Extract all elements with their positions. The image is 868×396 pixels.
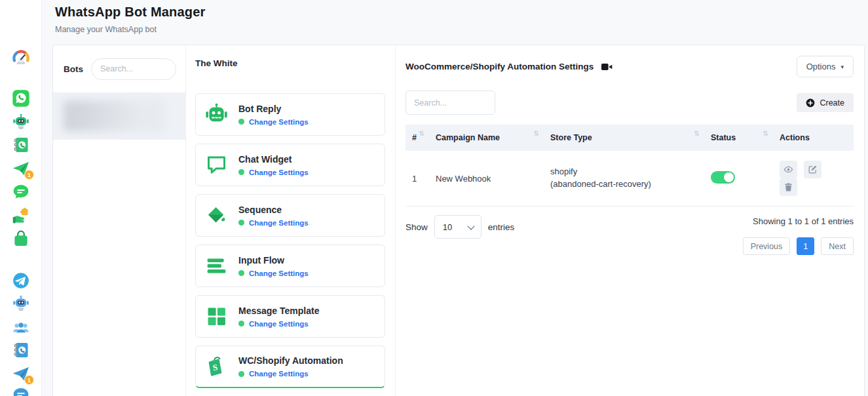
module-card-sequence[interactable]: Sequence Change Settings: [195, 194, 385, 237]
sidebar-item-telegram-groups[interactable]: [12, 318, 30, 336]
module-card-chat-widget[interactable]: Chat Widget Change Settings: [195, 144, 385, 186]
module-card-input-flow[interactable]: Input Flow Change Settings: [195, 245, 385, 287]
whatsapp-store-icon: [12, 229, 30, 248]
status-dot-icon: [238, 321, 244, 327]
input-flow-icon: [204, 254, 229, 278]
bot-manager-card: Bots The White Bot Reply: [52, 45, 865, 396]
sidebar-item-whatsapp-integrations[interactable]: [12, 207, 30, 225]
show-label: Show: [406, 222, 428, 232]
page-number-button[interactable]: 1: [797, 237, 814, 255]
view-button[interactable]: [780, 161, 797, 178]
sidebar-item-telegram[interactable]: [12, 271, 30, 290]
sidebar-item-whatsapp-bot[interactable]: [12, 113, 30, 131]
column-header-actions: Actions: [773, 125, 854, 151]
create-button[interactable]: Create: [797, 93, 854, 112]
sort-icon: ⇅: [763, 130, 768, 137]
telegram-contacts-icon: [12, 341, 30, 359]
module-card-wc-shopify-automation[interactable]: S WC/Shopify Automation Change Settings: [195, 346, 385, 388]
eye-icon: [783, 165, 793, 174]
whatsapp-icon: [12, 89, 30, 108]
previous-page-button[interactable]: Previous: [743, 237, 791, 255]
change-settings-link[interactable]: Change Settings: [249, 320, 309, 328]
status-dot-icon: [238, 119, 244, 125]
whatsapp-chat-icon: [12, 183, 30, 201]
module-card-message-template[interactable]: Message Template Change Settings: [195, 295, 385, 338]
edit-icon: [808, 165, 818, 174]
page-subtitle: Manage your WhatsApp bot: [55, 25, 157, 34]
sidebar-item-whatsapp-chat[interactable]: [12, 183, 30, 201]
trash-icon: [783, 182, 793, 192]
module-title: WC/Shopify Automation: [238, 355, 343, 366]
campaign-count-badge: 1: [25, 170, 33, 179]
sidebar-item-telegram-bot[interactable]: [12, 294, 30, 313]
sidebar-item-telegram-campaigns[interactable]: 1: [12, 365, 30, 383]
edit-button[interactable]: [804, 161, 821, 178]
bots-panel-title: Bots: [64, 64, 83, 74]
sidebar-item-telegram-contacts[interactable]: [12, 341, 30, 359]
next-page-button[interactable]: Next: [821, 237, 854, 255]
campaign-count-badge: 1: [25, 376, 33, 384]
campaign-search-input[interactable]: [406, 90, 495, 115]
sequence-icon: [204, 203, 229, 228]
page-title: WhatsApp Bot Manager: [55, 5, 206, 20]
page-size-select-wrap: 10: [434, 215, 481, 239]
table-row: 1 New Webhook shopify (abandoned-cart-re…: [406, 151, 854, 207]
telegram-bot-icon: [12, 294, 30, 313]
sidebar-item-whatsapp-contacts[interactable]: [12, 136, 30, 154]
automation-settings-panel: WooCommerce/Shopify Automation Settings …: [396, 45, 864, 396]
change-settings-link[interactable]: Change Settings: [249, 118, 309, 126]
row-index: 1: [406, 151, 429, 207]
telegram-icon: [12, 271, 30, 290]
bot-modules-panel: The White Bot Reply Change Settings: [186, 45, 396, 396]
sidebar-item-whatsapp[interactable]: [12, 89, 30, 108]
entries-label: entries: [488, 222, 515, 232]
module-title: Bot Reply: [238, 104, 309, 114]
change-settings-link[interactable]: Change Settings: [249, 219, 309, 227]
dashboard-gauge-icon: [12, 49, 30, 67]
bot-list-item-selected[interactable]: [53, 92, 185, 140]
column-header-campaign-name[interactable]: Campaign Name ⇅: [429, 125, 544, 151]
column-header-store-type[interactable]: Store Type ⇅: [544, 125, 704, 151]
whatsapp-contacts-icon: [12, 136, 30, 154]
sort-icon: ⇅: [534, 130, 539, 137]
module-title: Input Flow: [238, 255, 309, 266]
change-settings-link[interactable]: Change Settings: [249, 168, 309, 176]
status-dot-icon: [238, 220, 244, 226]
telegram-chat-icon: [12, 386, 30, 396]
row-store-type: shopify (abandoned-cart-recovery): [544, 151, 704, 207]
chat-widget-icon: [204, 153, 229, 177]
create-plus-icon: [806, 98, 815, 108]
video-tutorial-icon[interactable]: [601, 62, 613, 71]
app-icon-rail: 1: [0, 0, 42, 396]
sidebar-item-telegram-chat[interactable]: [12, 386, 30, 396]
bot-name-redacted: [64, 101, 163, 131]
module-title: Chat Widget: [238, 154, 309, 165]
column-header-index[interactable]: # ⇅: [406, 125, 429, 151]
automation-panel-title: WooCommerce/Shopify Automation Settings: [406, 62, 594, 71]
status-dot-icon: [238, 371, 244, 377]
bots-panel: Bots: [53, 45, 186, 396]
options-button[interactable]: Options ▾: [797, 56, 854, 77]
whatsapp-integrations-icon: [12, 207, 30, 225]
change-settings-link[interactable]: Change Settings: [249, 269, 309, 277]
sidebar-item-dashboard[interactable]: [12, 49, 30, 67]
column-header-status[interactable]: Status ⇅: [704, 125, 773, 151]
message-template-icon: [204, 304, 229, 328]
sort-icon: ⇅: [694, 130, 700, 137]
change-settings-link[interactable]: Change Settings: [249, 370, 309, 378]
pagination: Previous 1 Next: [743, 237, 854, 255]
sidebar-item-whatsapp-store[interactable]: [12, 229, 30, 248]
module-title: Sequence: [238, 205, 309, 215]
campaigns-table: # ⇅ Campaign Name ⇅ Store Type ⇅ Status …: [406, 125, 854, 207]
selected-bot-name: The White: [195, 58, 385, 68]
page-size-select[interactable]: 10: [435, 216, 481, 238]
delete-button[interactable]: [780, 178, 797, 196]
entries-summary: Showing 1 to 1 of 1 entries: [743, 216, 854, 226]
module-title: Message Template: [238, 306, 319, 316]
status-toggle[interactable]: [711, 171, 735, 184]
sort-icon: ⇅: [419, 130, 425, 137]
sidebar-item-whatsapp-campaigns[interactable]: 1: [12, 159, 30, 178]
bots-search-input[interactable]: [91, 58, 176, 80]
module-card-bot-reply[interactable]: Bot Reply Change Settings: [195, 93, 385, 136]
modules-list: Bot Reply Change Settings Chat Widget Ch…: [195, 93, 385, 388]
